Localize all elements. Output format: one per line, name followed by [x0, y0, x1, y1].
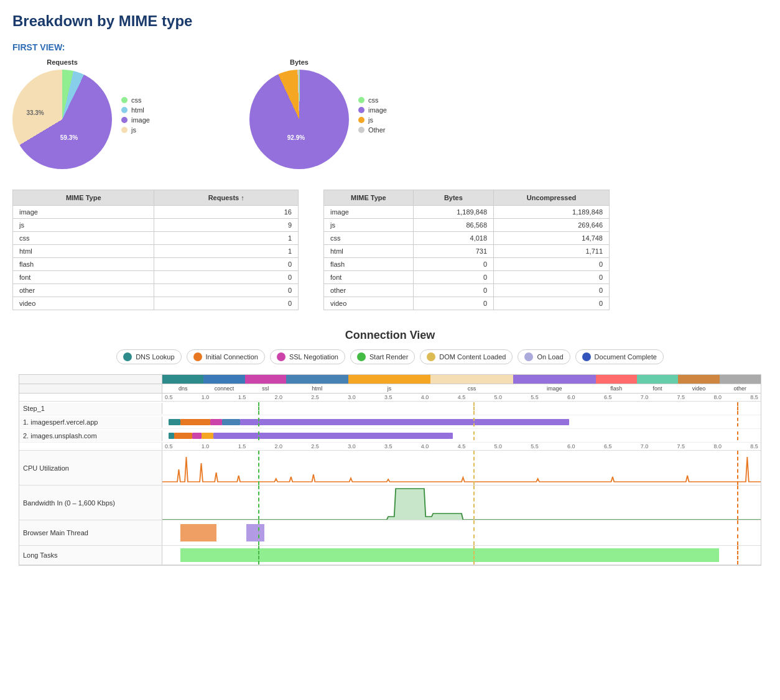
dns-pill-label: DNS Lookup	[136, 353, 174, 361]
image-seg	[513, 375, 596, 384]
cat-label-spacer	[19, 384, 162, 393]
bytes-legend-image: image	[358, 106, 387, 114]
section-title: FIRST VIEW:	[12, 42, 768, 52]
connect-bar-1	[180, 419, 210, 425]
requests-chart-title: Requests	[12, 58, 112, 66]
bytes-css-label: css	[368, 96, 379, 104]
table-row: css1	[13, 232, 299, 245]
bw-svg	[162, 486, 761, 520]
ssl-pill-label: SSL Negotiation	[289, 353, 338, 361]
cpu-row: CPU Utilization	[19, 451, 761, 486]
bytes-legend-other: Other	[358, 126, 387, 134]
legend-pill-initial-connection: Initial Connection	[187, 349, 265, 364]
table-row: html7311,711	[324, 245, 610, 258]
on-load-line-2	[737, 431, 738, 440]
bandwidth-label: Bandwidth In (0 – 1,600 Kbps)	[19, 486, 162, 520]
document-complete-pill-label: Document Complete	[595, 353, 657, 361]
legend-pill-document-complete: Document Complete	[575, 349, 664, 364]
table-row: js9	[13, 219, 299, 232]
cpu-svg	[162, 451, 761, 485]
ssl-color	[277, 352, 286, 361]
requests-table-header-requests: Requests ↑	[154, 190, 299, 206]
on-load-line	[737, 402, 738, 415]
html-label: html	[131, 106, 144, 114]
waterfall-area: dns connect ssl html js css image flash …	[19, 374, 761, 566]
dom-content-loaded-color	[427, 352, 435, 361]
table-row: html1	[13, 245, 299, 258]
cpu-chart	[162, 451, 761, 485]
bytes-legend-js: js	[358, 116, 387, 124]
bytes-legend: css image js Other	[358, 96, 387, 134]
scale-top-spacer	[19, 394, 162, 401]
requests-table-container: MIME Type Requests ↑ image16js9css1html1…	[12, 190, 299, 310]
scale-row-top: 0.51.01.52.02.53.03.54.04.55.05.56.06.57…	[19, 394, 761, 402]
thread-bar-1	[180, 524, 216, 541]
cat-image: image	[513, 385, 596, 392]
legend-item-image: image	[121, 116, 150, 124]
table-row: js86,568269,646	[324, 219, 610, 232]
js-bar-2	[202, 433, 213, 439]
dns-color	[123, 352, 132, 361]
wf-step1-chart	[162, 402, 761, 415]
table-row: other00	[324, 284, 610, 297]
on-load-pill-label: On Load	[537, 353, 563, 361]
legend-item-css: css	[121, 96, 150, 104]
requests-legend: css html image js	[121, 96, 150, 134]
other-seg	[720, 375, 761, 384]
image-bar-1	[240, 419, 569, 425]
wf-row-imagesperf-chart	[162, 418, 761, 426]
charts-row: Requests 33.3% 59.3% css html image	[12, 58, 768, 171]
image-label: image	[131, 116, 150, 124]
table-row: font00	[324, 271, 610, 284]
wf-row-unsplash-label: 2. images.unsplash.com	[19, 430, 162, 441]
legend-item-js: js	[121, 126, 150, 134]
requests-pie-wrapper: 33.3% 59.3%	[12, 70, 112, 169]
html-bar-1	[222, 419, 240, 425]
cpu-label: CPU Utilization	[19, 451, 162, 485]
bytes-image-dot	[358, 107, 364, 113]
wf-step1-label: Step_1	[19, 403, 162, 414]
start-render-line	[258, 402, 259, 415]
legend-pill-start-render: Start Render	[350, 349, 415, 364]
connect-bar-2	[174, 433, 192, 439]
page-title: Breakdown by MIME type	[12, 12, 768, 30]
wf-row-imagesperf-label: 1. imagesperf.vercel.app	[19, 417, 162, 428]
connection-view: Connection View DNS Lookup Initial Conne…	[12, 329, 768, 566]
wf-row-unsplash: 2. images.unsplash.com	[19, 429, 761, 443]
thread-on-load	[737, 520, 738, 545]
bytes-js-label: js	[368, 116, 373, 124]
wf-row-unsplash-chart	[162, 431, 761, 440]
bytes-table-container: MIME Type Bytes Uncompressed image1,189,…	[323, 190, 610, 310]
table-row: image1,189,8481,189,848	[324, 206, 610, 219]
requests-table: MIME Type Requests ↑ image16js9css1html1…	[12, 190, 299, 310]
cat-ssl: ssl	[245, 385, 286, 392]
table-row: flash0	[13, 258, 299, 271]
bytes-chart-container: Bytes 92.9% css image js Other	[249, 58, 387, 171]
ssl-bar-1	[210, 419, 222, 425]
connect-seg	[203, 375, 244, 384]
cat-labels-bar: dns connect ssl html js css image flash …	[162, 384, 761, 393]
html-seg	[286, 375, 348, 384]
font-seg	[637, 375, 678, 384]
cat-html: html	[286, 385, 348, 392]
image-dot	[121, 117, 128, 123]
bandwidth-chart	[162, 486, 761, 520]
dns-bar-1	[169, 419, 180, 425]
category-header-bar	[162, 375, 761, 384]
cat-connect: connect	[203, 385, 244, 392]
requests-chart-container: Requests 33.3% 59.3% css html image	[12, 58, 150, 171]
dom-loaded-line-2	[473, 431, 475, 440]
requests-pie-chart: 33.3% 59.3%	[12, 70, 112, 169]
bytes-pie-wrapper: 92.9%	[249, 70, 349, 169]
dns-seg	[162, 375, 203, 384]
long-tasks-chart	[162, 546, 761, 564]
html-dot	[121, 107, 128, 113]
ssl-bar-2	[192, 433, 201, 439]
cat-font: font	[637, 385, 678, 392]
js-seg	[348, 375, 431, 384]
css-seg	[430, 375, 513, 384]
browser-thread-chart	[162, 520, 761, 545]
browser-thread-label: Browser Main Thread	[19, 520, 162, 545]
category-header	[19, 375, 761, 384]
cat-flash: flash	[596, 385, 637, 392]
